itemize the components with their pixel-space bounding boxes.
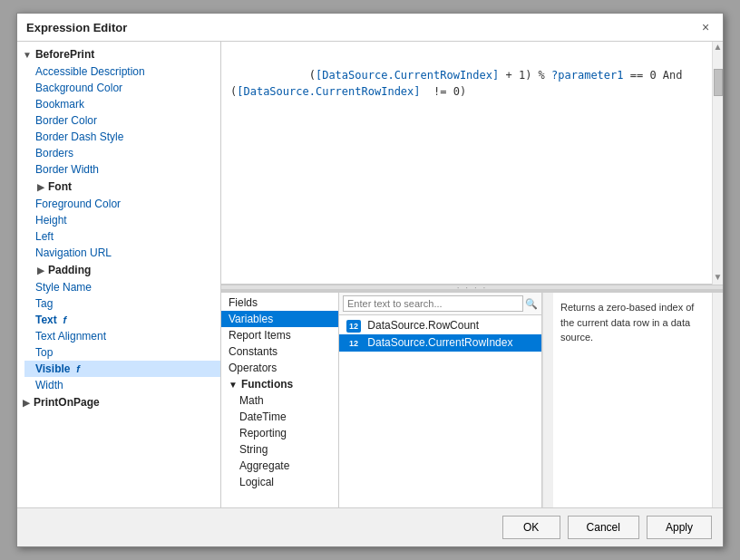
apply-button[interactable]: Apply (647, 516, 712, 539)
font-arrow (37, 182, 44, 192)
tree-item-tag[interactable]: Tag (24, 295, 220, 312)
tree-group-padding[interactable]: Padding (24, 261, 220, 279)
category-reporting[interactable]: Reporting (221, 425, 338, 441)
beforeprint-label: BeforePrint (35, 48, 94, 61)
dialog-body: BeforePrint Accessible Description Backg… (17, 42, 723, 507)
expr-span-6: [DataSource.CurrentRowIndex] (237, 85, 420, 98)
tree-group-beforeprint[interactable]: BeforePrint (17, 45, 220, 63)
category-logical[interactable]: Logical (221, 474, 338, 490)
category-constants[interactable]: Constants (221, 343, 338, 360)
tree-item-border-width[interactable]: Border Width (24, 161, 220, 178)
category-math[interactable]: Math (221, 392, 338, 409)
functions-arrow (229, 380, 238, 390)
tree-item-borders[interactable]: Borders (24, 145, 220, 161)
bottom-section: Fields Variables Report Items Constants … (221, 290, 723, 507)
expression-text[interactable]: ([DataSource.CurrentRowIndex] + 1) % ?pa… (227, 47, 706, 278)
title-bar: Expression Editor × (17, 14, 723, 42)
tree-item-text[interactable]: Text f (24, 312, 220, 328)
scrollbar-thumb[interactable] (714, 69, 723, 96)
tree-item-text-alignment[interactable]: Text Alignment (24, 328, 220, 344)
category-fields[interactable]: Fields (221, 294, 338, 311)
beforeprint-children: Accessible Description Background Color … (17, 63, 220, 393)
expr-span-1: ( (309, 69, 316, 82)
cancel-button[interactable]: Cancel (568, 516, 639, 539)
items-panel: 🔍 12 DataSource.RowCount 12 DataSource.C… (339, 293, 542, 507)
main-area: ([DataSource.CurrentRowIndex] + 1) % ?pa… (221, 42, 723, 507)
tree-item-visible[interactable]: Visible f (24, 361, 220, 377)
items-list: 12 DataSource.RowCount 12 DataSource.Cur… (339, 315, 541, 507)
tree-item-navigation-url[interactable]: Navigation URL (24, 245, 220, 261)
badge-currentrowindex: 12 (346, 337, 361, 350)
expression-editor: ([DataSource.CurrentRowIndex] + 1) % ?pa… (221, 42, 712, 285)
expr-span-7: != 0) (421, 85, 467, 98)
tree-item-style-name[interactable]: Style Name (24, 279, 220, 295)
tree-item-accessible-description[interactable]: Accessible Description (24, 63, 220, 80)
category-aggregate[interactable]: Aggregate (221, 458, 338, 474)
printonpage-label: PrintOnPage (34, 396, 100, 409)
help-scrollbar[interactable] (712, 293, 723, 507)
search-input[interactable] (343, 295, 523, 312)
close-button[interactable]: × (697, 19, 714, 35)
beforeprint-arrow (23, 50, 32, 60)
padding-arrow (37, 266, 44, 275)
tree-item-border-dash-style[interactable]: Border Dash Style (24, 129, 220, 145)
tree-item-foreground-color[interactable]: Foreground Color (24, 196, 220, 212)
tree-item-height[interactable]: Height (24, 212, 220, 228)
expr-span-4: ?parameter1 (551, 69, 623, 82)
search-bar: 🔍 (339, 293, 541, 315)
item-currentrowindex[interactable]: 12 DataSource.CurrentRowIndex (339, 334, 541, 352)
button-bar: OK Cancel Apply (17, 507, 723, 546)
padding-label: Padding (48, 264, 91, 276)
tree-panel: BeforePrint Accessible Description Backg… (17, 42, 221, 507)
tree-group-printonpage[interactable]: PrintOnPage (17, 393, 220, 411)
expr-span-2: [DataSource.CurrentRowIndex] (316, 69, 499, 82)
dialog-title: Expression Editor (26, 21, 127, 34)
category-panel: Fields Variables Report Items Constants … (221, 293, 339, 507)
tree-item-border-color[interactable]: Border Color (24, 112, 220, 129)
tree-item-left[interactable]: Left (24, 228, 220, 245)
expression-editor-dialog: Expression Editor × BeforePrint Accessib… (16, 13, 724, 547)
printonpage-arrow (23, 398, 30, 408)
help-panel: Returns a zero-based index of the curren… (553, 293, 712, 507)
items-scrollbar[interactable] (542, 293, 553, 507)
expr-span-3: + 1) % (499, 69, 551, 82)
search-icon: 🔍 (525, 298, 538, 310)
category-list: Fields Variables Report Items Constants … (221, 293, 338, 507)
category-report-items[interactable]: Report Items (221, 327, 338, 343)
category-string[interactable]: String (221, 441, 338, 458)
item-rowcount[interactable]: 12 DataSource.RowCount (339, 317, 541, 334)
tree-item-bookmark[interactable]: Bookmark (24, 96, 220, 112)
expr-scrollbar[interactable]: ▲ ▼ (712, 42, 723, 285)
functions-label: Functions (241, 378, 293, 391)
tree-group-font[interactable]: Font (24, 178, 220, 196)
tree-item-background-color[interactable]: Background Color (24, 80, 220, 96)
tree-item-width[interactable]: Width (24, 377, 220, 393)
help-text: Returns a zero-based index of the curren… (560, 302, 694, 343)
font-label: Font (48, 180, 72, 193)
category-functions[interactable]: Functions (221, 376, 338, 392)
category-operators[interactable]: Operators (221, 360, 338, 376)
category-variables[interactable]: Variables (221, 311, 338, 327)
tree-item-top[interactable]: Top (24, 344, 220, 361)
category-datetime[interactable]: DateTime (221, 409, 338, 425)
ok-button[interactable]: OK (502, 516, 560, 539)
badge-rowcount: 12 (346, 320, 361, 333)
